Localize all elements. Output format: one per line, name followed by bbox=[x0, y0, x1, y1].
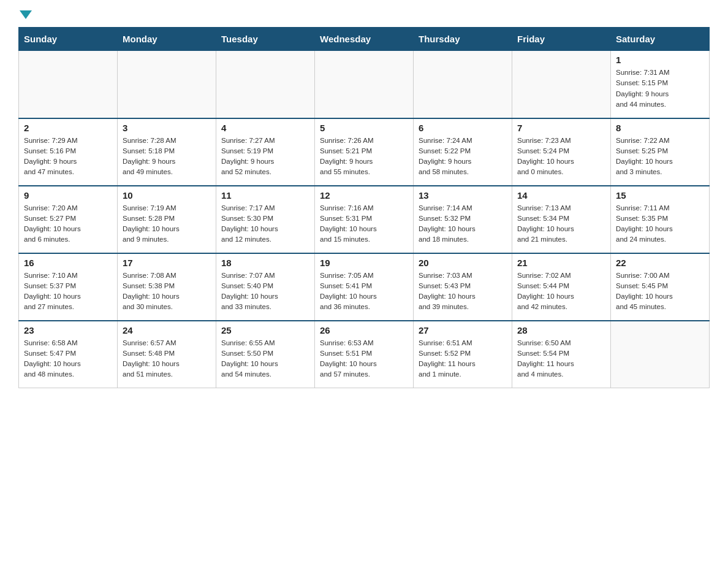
calendar-day-cell: 28Sunrise: 6:50 AM Sunset: 5:54 PM Dayli… bbox=[512, 321, 611, 388]
calendar-day-cell: 2Sunrise: 7:29 AM Sunset: 5:16 PM Daylig… bbox=[19, 118, 118, 186]
calendar-day-header: Tuesday bbox=[216, 28, 315, 51]
day-info: Sunrise: 6:51 AM Sunset: 5:52 PM Dayligh… bbox=[419, 338, 507, 380]
calendar-day-cell: 5Sunrise: 7:26 AM Sunset: 5:21 PM Daylig… bbox=[315, 118, 414, 186]
calendar-day-cell: 23Sunrise: 6:58 AM Sunset: 5:47 PM Dayli… bbox=[19, 321, 118, 388]
calendar-day-cell: 10Sunrise: 7:19 AM Sunset: 5:28 PM Dayli… bbox=[118, 186, 216, 253]
day-number: 19 bbox=[320, 258, 408, 268]
day-number: 16 bbox=[24, 258, 112, 268]
day-number: 8 bbox=[616, 123, 704, 133]
day-info: Sunrise: 7:22 AM Sunset: 5:25 PM Dayligh… bbox=[616, 136, 704, 178]
day-number: 27 bbox=[419, 325, 507, 335]
calendar-day-cell bbox=[315, 51, 414, 118]
day-number: 14 bbox=[517, 190, 605, 201]
day-number: 24 bbox=[123, 325, 211, 335]
calendar-day-header: Saturday bbox=[611, 28, 710, 51]
logo-arrow-icon bbox=[20, 10, 32, 19]
day-number: 3 bbox=[123, 123, 211, 133]
calendar-day-cell: 11Sunrise: 7:17 AM Sunset: 5:30 PM Dayli… bbox=[216, 186, 315, 253]
day-number: 5 bbox=[320, 123, 408, 133]
calendar-week-row: 16Sunrise: 7:10 AM Sunset: 5:37 PM Dayli… bbox=[19, 253, 710, 321]
calendar-day-cell bbox=[19, 51, 118, 118]
calendar-day-cell bbox=[216, 51, 315, 118]
day-info: Sunrise: 7:02 AM Sunset: 5:44 PM Dayligh… bbox=[517, 270, 605, 313]
day-info: Sunrise: 7:11 AM Sunset: 5:35 PM Dayligh… bbox=[616, 203, 704, 245]
calendar-day-cell: 24Sunrise: 6:57 AM Sunset: 5:48 PM Dayli… bbox=[118, 321, 216, 388]
day-info: Sunrise: 6:50 AM Sunset: 5:54 PM Dayligh… bbox=[517, 338, 605, 380]
day-number: 20 bbox=[419, 258, 507, 268]
day-info: Sunrise: 7:29 AM Sunset: 5:16 PM Dayligh… bbox=[24, 136, 112, 178]
day-info: Sunrise: 7:03 AM Sunset: 5:43 PM Dayligh… bbox=[419, 270, 507, 313]
day-number: 21 bbox=[517, 258, 605, 268]
day-info: Sunrise: 7:08 AM Sunset: 5:38 PM Dayligh… bbox=[123, 270, 211, 313]
day-number: 18 bbox=[221, 258, 309, 268]
calendar-day-cell: 6Sunrise: 7:24 AM Sunset: 5:22 PM Daylig… bbox=[414, 118, 512, 186]
calendar-day-cell: 12Sunrise: 7:16 AM Sunset: 5:31 PM Dayli… bbox=[315, 186, 414, 253]
calendar-day-cell bbox=[512, 51, 611, 118]
calendar-day-cell: 7Sunrise: 7:23 AM Sunset: 5:24 PM Daylig… bbox=[512, 118, 611, 186]
day-info: Sunrise: 7:10 AM Sunset: 5:37 PM Dayligh… bbox=[24, 270, 112, 313]
day-number: 28 bbox=[517, 325, 605, 335]
calendar-week-row: 23Sunrise: 6:58 AM Sunset: 5:47 PM Dayli… bbox=[19, 321, 710, 388]
calendar-day-cell: 4Sunrise: 7:27 AM Sunset: 5:19 PM Daylig… bbox=[216, 118, 315, 186]
calendar-day-cell: 18Sunrise: 7:07 AM Sunset: 5:40 PM Dayli… bbox=[216, 253, 315, 321]
calendar-day-header: Friday bbox=[512, 28, 611, 51]
day-info: Sunrise: 6:55 AM Sunset: 5:50 PM Dayligh… bbox=[221, 338, 309, 380]
day-info: Sunrise: 7:27 AM Sunset: 5:19 PM Dayligh… bbox=[221, 136, 309, 178]
calendar-day-cell: 9Sunrise: 7:20 AM Sunset: 5:27 PM Daylig… bbox=[19, 186, 118, 253]
day-number: 26 bbox=[320, 325, 408, 335]
calendar-day-cell: 13Sunrise: 7:14 AM Sunset: 5:32 PM Dayli… bbox=[414, 186, 512, 253]
day-number: 11 bbox=[221, 190, 309, 201]
day-number: 10 bbox=[123, 190, 211, 201]
day-info: Sunrise: 6:53 AM Sunset: 5:51 PM Dayligh… bbox=[320, 338, 408, 380]
day-info: Sunrise: 7:24 AM Sunset: 5:22 PM Dayligh… bbox=[419, 136, 507, 178]
calendar-day-header: Thursday bbox=[414, 28, 512, 51]
calendar-day-cell bbox=[611, 321, 710, 388]
calendar-day-cell: 19Sunrise: 7:05 AM Sunset: 5:41 PM Dayli… bbox=[315, 253, 414, 321]
calendar-day-cell: 1Sunrise: 7:31 AM Sunset: 5:15 PM Daylig… bbox=[611, 51, 710, 118]
day-info: Sunrise: 7:14 AM Sunset: 5:32 PM Dayligh… bbox=[419, 203, 507, 245]
calendar-day-cell: 21Sunrise: 7:02 AM Sunset: 5:44 PM Dayli… bbox=[512, 253, 611, 321]
day-number: 17 bbox=[123, 258, 211, 268]
day-info: Sunrise: 6:58 AM Sunset: 5:47 PM Dayligh… bbox=[24, 338, 112, 380]
day-number: 23 bbox=[24, 325, 112, 335]
calendar-table: SundayMondayTuesdayWednesdayThursdayFrid… bbox=[18, 27, 710, 388]
day-info: Sunrise: 7:31 AM Sunset: 5:15 PM Dayligh… bbox=[616, 67, 704, 110]
calendar-day-cell: 22Sunrise: 7:00 AM Sunset: 5:45 PM Dayli… bbox=[611, 253, 710, 321]
calendar-day-cell: 16Sunrise: 7:10 AM Sunset: 5:37 PM Dayli… bbox=[19, 253, 118, 321]
calendar-day-cell: 26Sunrise: 6:53 AM Sunset: 5:51 PM Dayli… bbox=[315, 321, 414, 388]
day-number: 25 bbox=[221, 325, 309, 335]
calendar-week-row: 1Sunrise: 7:31 AM Sunset: 5:15 PM Daylig… bbox=[19, 51, 710, 118]
day-number: 4 bbox=[221, 123, 309, 133]
day-number: 22 bbox=[616, 258, 704, 268]
calendar-day-cell: 25Sunrise: 6:55 AM Sunset: 5:50 PM Dayli… bbox=[216, 321, 315, 388]
day-info: Sunrise: 7:00 AM Sunset: 5:45 PM Dayligh… bbox=[616, 270, 704, 313]
day-number: 15 bbox=[616, 190, 704, 201]
calendar-day-cell bbox=[118, 51, 216, 118]
day-info: Sunrise: 7:16 AM Sunset: 5:31 PM Dayligh… bbox=[320, 203, 408, 245]
calendar-day-cell bbox=[414, 51, 512, 118]
calendar-header-row: SundayMondayTuesdayWednesdayThursdayFrid… bbox=[19, 28, 710, 51]
calendar-day-cell: 27Sunrise: 6:51 AM Sunset: 5:52 PM Dayli… bbox=[414, 321, 512, 388]
calendar-week-row: 9Sunrise: 7:20 AM Sunset: 5:27 PM Daylig… bbox=[19, 186, 710, 253]
day-info: Sunrise: 7:07 AM Sunset: 5:40 PM Dayligh… bbox=[221, 270, 309, 313]
calendar-day-cell: 8Sunrise: 7:22 AM Sunset: 5:25 PM Daylig… bbox=[611, 118, 710, 186]
calendar-day-cell: 17Sunrise: 7:08 AM Sunset: 5:38 PM Dayli… bbox=[118, 253, 216, 321]
day-info: Sunrise: 7:13 AM Sunset: 5:34 PM Dayligh… bbox=[517, 203, 605, 245]
day-number: 6 bbox=[419, 123, 507, 133]
page-header bbox=[18, 12, 710, 21]
day-info: Sunrise: 7:19 AM Sunset: 5:28 PM Dayligh… bbox=[123, 203, 211, 245]
day-info: Sunrise: 7:05 AM Sunset: 5:41 PM Dayligh… bbox=[320, 270, 408, 313]
logo bbox=[18, 12, 32, 21]
day-number: 1 bbox=[616, 55, 704, 65]
calendar-day-header: Wednesday bbox=[315, 28, 414, 51]
calendar-day-cell: 20Sunrise: 7:03 AM Sunset: 5:43 PM Dayli… bbox=[414, 253, 512, 321]
day-info: Sunrise: 7:23 AM Sunset: 5:24 PM Dayligh… bbox=[517, 136, 605, 178]
day-info: Sunrise: 7:17 AM Sunset: 5:30 PM Dayligh… bbox=[221, 203, 309, 245]
day-info: Sunrise: 6:57 AM Sunset: 5:48 PM Dayligh… bbox=[123, 338, 211, 380]
day-number: 7 bbox=[517, 123, 605, 133]
day-number: 9 bbox=[24, 190, 112, 201]
calendar-day-cell: 14Sunrise: 7:13 AM Sunset: 5:34 PM Dayli… bbox=[512, 186, 611, 253]
day-number: 13 bbox=[419, 190, 507, 201]
day-number: 2 bbox=[24, 123, 112, 133]
calendar-day-cell: 3Sunrise: 7:28 AM Sunset: 5:18 PM Daylig… bbox=[118, 118, 216, 186]
